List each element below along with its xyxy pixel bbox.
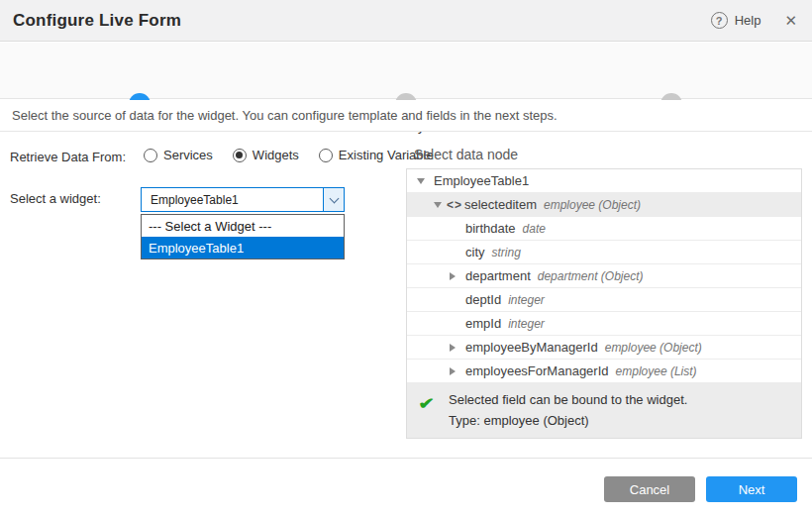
check-icon: ✔ xyxy=(418,394,435,413)
tree-node-label: birthdate xyxy=(407,221,516,236)
footer-divider xyxy=(0,458,812,459)
caret-right-icon[interactable] xyxy=(450,344,456,352)
tree-node-type: employee (Object) xyxy=(605,341,702,355)
radio-widgets-circle[interactable] xyxy=(233,149,247,162)
tree-node-label: EmployeeTable1 xyxy=(407,173,529,188)
tree-node-label: city xyxy=(407,245,485,259)
tree-row-selecteditem[interactable]: <> selecteditem employee (Object) xyxy=(407,193,801,217)
tree-node-label: deptId xyxy=(407,292,501,307)
radio-services-label: Services xyxy=(163,148,213,162)
help-label[interactable]: Help xyxy=(735,13,761,28)
select-data-node-heading: Select data node xyxy=(414,147,518,162)
widget-select-value[interactable]: EmployeeTable1 xyxy=(142,188,323,211)
caret-right-icon[interactable] xyxy=(450,272,456,280)
data-node-tree: EmployeeTable1 <> selecteditem employee … xyxy=(406,168,802,439)
binding-info-message: Selected field can be bound to the widge… xyxy=(449,392,791,407)
description-bar: Select the source of data for the widget… xyxy=(0,100,812,132)
radio-services[interactable]: Services xyxy=(144,148,213,162)
tree-row-department[interactable]: department department (Object) xyxy=(407,264,801,288)
data-source-radio-group: Services Widgets Existing Variable xyxy=(144,148,434,162)
radio-services-circle[interactable] xyxy=(144,149,157,162)
wizard-stepper: 1 Data 2 Form Layout 3 Form Fields xyxy=(0,43,812,99)
dropdown-option-employeetable1[interactable]: EmployeeTable1 xyxy=(142,237,344,258)
widget-select-arrow-button[interactable] xyxy=(323,188,344,211)
retrieve-data-from-label: Retrieve Data From: xyxy=(10,150,126,164)
help-button[interactable]: ? Help xyxy=(711,12,761,29)
binding-info-box: ✔ Selected field can be bound to the wid… xyxy=(407,383,801,439)
next-button[interactable]: Next xyxy=(706,476,797,502)
tree-node-type: date xyxy=(523,222,546,236)
select-widget-label: Select a widget: xyxy=(10,191,101,206)
tree-node-label: employeeByManagerId xyxy=(407,340,598,355)
tree-node-type: integer xyxy=(508,317,545,331)
tree-row-deptid[interactable]: deptId integer xyxy=(407,288,801,312)
tree-node-type: department (Object) xyxy=(538,269,644,283)
tree-node-type: employee (List) xyxy=(616,364,697,378)
close-icon[interactable]: ✕ xyxy=(784,13,797,28)
caret-down-icon[interactable] xyxy=(434,202,442,208)
caret-right-icon[interactable] xyxy=(450,367,456,375)
dropdown-option-placeholder[interactable]: --- Select a Widget --- xyxy=(142,215,344,237)
chevron-down-icon xyxy=(329,193,339,203)
tree-node-label: department xyxy=(407,268,531,283)
tree-row-employeesformanagerid[interactable]: employeesForManagerId employee (List) xyxy=(407,360,801,383)
tree-node-label: selecteditem xyxy=(407,197,537,212)
radio-existing-variable-circle[interactable] xyxy=(319,149,333,162)
dialog-title: Configure Live Form xyxy=(13,11,181,31)
tree-node-label: employeesForManagerId xyxy=(407,363,609,378)
tree-row-city[interactable]: city string xyxy=(407,241,801,264)
widget-select[interactable]: EmployeeTable1 xyxy=(141,187,345,212)
caret-down-icon[interactable] xyxy=(417,178,425,184)
tree-row-birthdate[interactable]: birthdate date xyxy=(407,217,801,241)
tree-row-empid[interactable]: empId integer xyxy=(407,312,801,336)
dialog-titlebar: Configure Live Form ? Help ✕ xyxy=(0,0,812,42)
widget-dropdown-list: --- Select a Widget --- EmployeeTable1 xyxy=(141,214,345,259)
description-text: Select the source of data for the widget… xyxy=(12,108,558,123)
radio-widgets-label: Widgets xyxy=(253,148,299,162)
tree-row-employeebymanagerid[interactable]: employeeByManagerId employee (Object) xyxy=(407,336,801,360)
help-icon[interactable]: ? xyxy=(711,12,728,29)
tree-node-type: string xyxy=(492,246,521,259)
radio-widgets[interactable]: Widgets xyxy=(233,148,299,162)
cancel-button[interactable]: Cancel xyxy=(604,476,695,502)
tree-node-type: integer xyxy=(508,293,545,307)
tree-node-label: empId xyxy=(407,316,501,331)
binding-info-type: Type: employee (Object) xyxy=(449,413,791,428)
code-brackets-icon: <> xyxy=(447,198,462,212)
configure-live-form-dialog: Configure Live Form ? Help ✕ 1 Data 2 Fo… xyxy=(0,0,812,517)
tree-row-employeetable1[interactable]: EmployeeTable1 xyxy=(407,169,801,193)
tree-node-type: employee (Object) xyxy=(544,198,641,212)
